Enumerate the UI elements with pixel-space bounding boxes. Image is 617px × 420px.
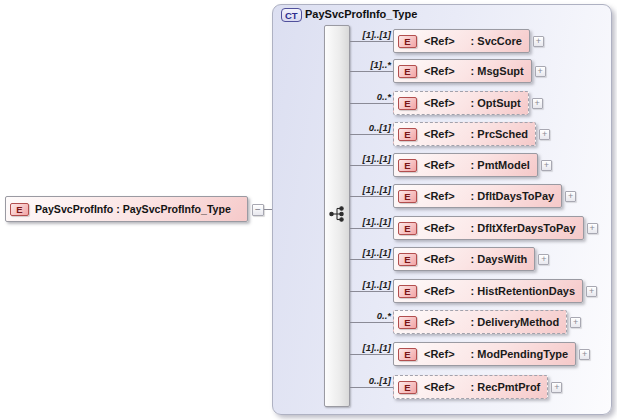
element-ref-box[interactable]: E <Ref> : OptSupt bbox=[393, 91, 529, 115]
element-name-label: : DfltXferDaysToPay bbox=[471, 222, 576, 234]
element-icon: E bbox=[398, 222, 417, 235]
element-ref-box[interactable]: E <Ref> : DaysWith bbox=[393, 247, 535, 271]
element-name-label: : RecPmtProf bbox=[471, 381, 541, 393]
connector-line bbox=[350, 103, 393, 104]
element-row: [1]..[1] E <Ref> : PmtModel + bbox=[0, 153, 617, 177]
element-name-label: : SvcCore bbox=[471, 35, 522, 47]
element-ref-box[interactable]: E <Ref> : DfltDaysToPay bbox=[393, 184, 562, 208]
expand-button[interactable]: + bbox=[579, 349, 590, 360]
element-row: [1]..[1] E <Ref> : DfltXferDaysToPay + bbox=[0, 216, 617, 240]
element-ref-label: <Ref> bbox=[424, 35, 455, 47]
element-ref-box[interactable]: E <Ref> : DeliveryMethod bbox=[393, 310, 567, 334]
element-icon: E bbox=[398, 253, 417, 266]
cardinality-label: 0..[1] bbox=[330, 122, 391, 133]
element-icon: E bbox=[398, 190, 417, 203]
cardinality-label: [1]..[1] bbox=[330, 342, 391, 353]
element-icon: E bbox=[398, 65, 417, 78]
element-name-label: : DeliveryMethod bbox=[471, 316, 560, 328]
element-ref-label: <Ref> bbox=[424, 381, 455, 393]
connector-line bbox=[350, 387, 393, 388]
element-ref-label: <Ref> bbox=[424, 222, 455, 234]
schema-diagram: E PaySvcProfInfo : PaySvcProfInfo_Type −… bbox=[0, 0, 617, 420]
element-ref-label: <Ref> bbox=[424, 159, 455, 171]
expand-button[interactable]: + bbox=[539, 129, 550, 140]
cardinality-label: 0..[1] bbox=[330, 375, 391, 386]
expand-button[interactable]: + bbox=[551, 382, 562, 393]
element-ref-box[interactable]: E <Ref> : PmtModel bbox=[393, 153, 538, 177]
complex-type-title: PaySvcProfInfo_Type bbox=[305, 8, 417, 20]
element-name-label: : DfltDaysToPay bbox=[471, 190, 555, 202]
connector-line bbox=[350, 196, 393, 197]
complex-type-badge: CT bbox=[281, 8, 302, 22]
element-name-label: : PmtModel bbox=[471, 159, 530, 171]
element-icon: E bbox=[398, 285, 417, 298]
element-ref-label: <Ref> bbox=[424, 253, 455, 265]
element-icon: E bbox=[398, 348, 417, 361]
element-icon: E bbox=[398, 128, 417, 141]
element-name-label: : HistRetentionDays bbox=[471, 285, 576, 297]
cardinality-label: 0..* bbox=[330, 310, 391, 321]
element-row: 0..* E <Ref> : DeliveryMethod + bbox=[0, 310, 617, 334]
expand-button[interactable]: + bbox=[587, 223, 598, 234]
expand-button[interactable]: + bbox=[570, 317, 581, 328]
cardinality-label: [1]..[1] bbox=[330, 279, 391, 290]
connector-line bbox=[350, 134, 393, 135]
connector-line bbox=[350, 259, 393, 260]
element-name-label: : MsgSupt bbox=[471, 65, 524, 77]
cardinality-label: [1]..[1] bbox=[330, 247, 391, 258]
connector-line bbox=[350, 41, 393, 42]
expand-button[interactable]: + bbox=[535, 66, 546, 77]
element-row: [1]..[1] E <Ref> : ModPendingType + bbox=[0, 342, 617, 366]
connector-line bbox=[350, 322, 393, 323]
connector-line bbox=[350, 71, 393, 72]
cardinality-label: [1]..[1] bbox=[330, 184, 391, 195]
connector-line bbox=[350, 165, 393, 166]
cardinality-label: [1]..[1] bbox=[330, 153, 391, 164]
element-name-label: : DaysWith bbox=[471, 253, 528, 265]
element-icon: E bbox=[398, 97, 417, 110]
element-icon: E bbox=[398, 159, 417, 172]
element-icon: E bbox=[398, 316, 417, 329]
element-row: [1]..[1] E <Ref> : SvcCore + bbox=[0, 29, 617, 53]
element-ref-label: <Ref> bbox=[424, 65, 455, 77]
expand-button[interactable]: + bbox=[586, 286, 597, 297]
element-ref-label: <Ref> bbox=[424, 190, 455, 202]
element-ref-label: <Ref> bbox=[424, 348, 455, 360]
connector-line bbox=[350, 291, 393, 292]
element-row: [1]..[1] E <Ref> : HistRetentionDays + bbox=[0, 279, 617, 303]
element-row: 0..[1] E <Ref> : PrcSched + bbox=[0, 122, 617, 146]
element-ref-label: <Ref> bbox=[424, 97, 455, 109]
element-ref-box[interactable]: E <Ref> : SvcCore bbox=[393, 29, 530, 53]
element-row: 0..[1] E <Ref> : RecPmtProf + bbox=[0, 375, 617, 399]
element-row: [1]..[1] E <Ref> : DfltDaysToPay + bbox=[0, 184, 617, 208]
element-icon: E bbox=[398, 35, 417, 48]
cardinality-label: [1]..[1] bbox=[330, 216, 391, 227]
element-ref-box[interactable]: E <Ref> : MsgSupt bbox=[393, 59, 532, 83]
expand-button[interactable]: + bbox=[538, 254, 549, 265]
connector-line bbox=[350, 354, 393, 355]
element-ref-box[interactable]: E <Ref> : DfltXferDaysToPay bbox=[393, 216, 584, 240]
element-ref-label: <Ref> bbox=[424, 128, 455, 140]
element-ref-box[interactable]: E <Ref> : ModPendingType bbox=[393, 342, 576, 366]
element-row: [1]..[1] E <Ref> : DaysWith + bbox=[0, 247, 617, 271]
element-row: [1]..* E <Ref> : MsgSupt + bbox=[0, 59, 617, 83]
element-icon: E bbox=[398, 381, 417, 394]
expand-button[interactable]: + bbox=[541, 160, 552, 171]
expand-button[interactable]: + bbox=[532, 98, 543, 109]
cardinality-label: [1]..* bbox=[330, 59, 391, 70]
element-ref-box[interactable]: E <Ref> : RecPmtProf bbox=[393, 375, 548, 399]
element-name-label: : ModPendingType bbox=[471, 348, 569, 360]
connector-line bbox=[350, 228, 393, 229]
element-name-label: : OptSupt bbox=[471, 97, 521, 109]
expand-button[interactable]: + bbox=[533, 36, 544, 47]
element-row: 0..* E <Ref> : OptSupt + bbox=[0, 91, 617, 115]
cardinality-label: [1]..[1] bbox=[330, 29, 391, 40]
expand-button[interactable]: + bbox=[565, 191, 576, 202]
element-ref-label: <Ref> bbox=[424, 285, 455, 297]
element-ref-label: <Ref> bbox=[424, 316, 455, 328]
element-name-label: : PrcSched bbox=[471, 128, 528, 140]
element-ref-box[interactable]: E <Ref> : PrcSched bbox=[393, 122, 536, 146]
element-ref-box[interactable]: E <Ref> : HistRetentionDays bbox=[393, 279, 583, 303]
cardinality-label: 0..* bbox=[330, 91, 391, 102]
